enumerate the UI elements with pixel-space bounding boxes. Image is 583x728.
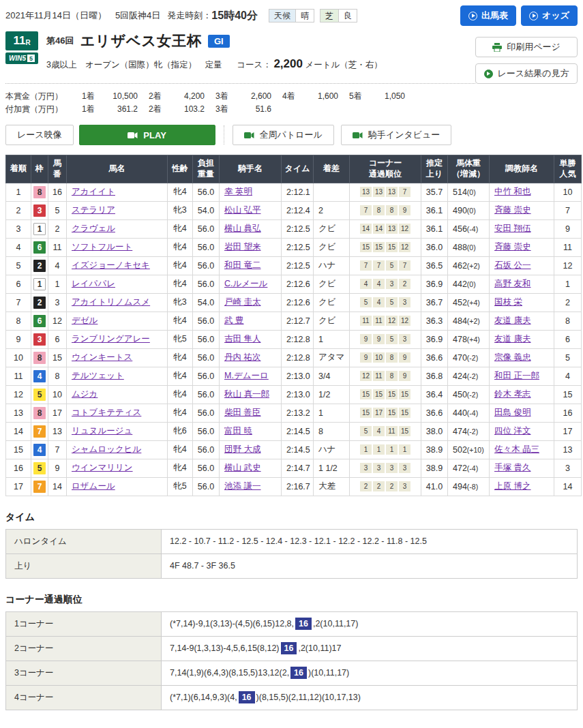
- finish-position: 16: [6, 459, 31, 477]
- horse-weight: 442: [453, 279, 467, 289]
- bracket-cell: 4: [31, 440, 48, 459]
- margin: 8: [314, 422, 350, 440]
- bracket-number: 5: [33, 389, 46, 401]
- jockey-link[interactable]: 団野 大成: [224, 444, 260, 454]
- horse-link[interactable]: ソフトフルート: [72, 242, 132, 252]
- horse-number: 17: [48, 404, 67, 422]
- jockey-cell: C.ルメール: [220, 275, 282, 293]
- horse-link[interactable]: ムジカ: [72, 389, 98, 399]
- horse-link[interactable]: アカイトリノムスメ: [72, 297, 150, 307]
- horse-number: 7: [48, 440, 67, 459]
- jockey-link[interactable]: 戸崎 圭太: [224, 297, 260, 307]
- jockey-link[interactable]: 吉田 隼人: [224, 334, 260, 344]
- carried-weight: 56.0: [193, 275, 220, 293]
- prize-amount: 10,500: [104, 90, 138, 103]
- race-date: 2021年11月14日（日曜） 5回阪神4日: [5, 10, 160, 22]
- sex-age: 牝4: [168, 385, 193, 404]
- trainer-link[interactable]: 鈴木 孝志: [494, 389, 530, 399]
- horse-weight-cell: 450(-2): [448, 385, 490, 404]
- jockey-link[interactable]: 富田 暁: [224, 426, 252, 436]
- results-column-header: 単勝 人気: [554, 155, 582, 183]
- jockey-link[interactable]: 幸 英明: [224, 187, 252, 196]
- corner-position-chip: 8: [386, 371, 398, 381]
- bracket-number: 8: [33, 186, 46, 198]
- finish-time: 2:12.1: [282, 183, 314, 201]
- horse-link[interactable]: ウインキートス: [72, 352, 132, 362]
- trainer-link[interactable]: 中竹 和也: [494, 187, 530, 196]
- trainer-link[interactable]: 安田 翔伍: [494, 224, 530, 233]
- trainer-link[interactable]: 斉藤 崇史: [494, 242, 530, 252]
- trainer-link[interactable]: 石坂 公一: [494, 260, 530, 270]
- horse-link[interactable]: ロザムール: [72, 481, 115, 491]
- race-video-button[interactable]: レース映像: [5, 125, 74, 145]
- corner-row: 4コーナー(*7,1)(6,14,9,3)(4,16)(8,15,5)(2,11…: [6, 685, 578, 710]
- corner-position-chip: 1: [360, 444, 372, 455]
- trainer-link[interactable]: 和田 正一郎: [494, 371, 539, 380]
- weather-value: 晴: [295, 9, 314, 22]
- jockey-link[interactable]: 岩田 望来: [224, 242, 260, 252]
- corner-position-chip: 3: [386, 279, 398, 289]
- jockey-interview-button[interactable]: 騎手インタビュー: [341, 125, 452, 145]
- horse-link[interactable]: ステラリア: [72, 205, 115, 215]
- trainer-link[interactable]: 友道 康夫: [494, 334, 530, 344]
- horse-link[interactable]: デゼル: [72, 316, 98, 325]
- jockey-link[interactable]: 柴田 善臣: [224, 408, 260, 417]
- horse-name-cell: アカイイト: [67, 183, 168, 201]
- horse-link[interactable]: レイパパレ: [72, 279, 115, 288]
- horse-link[interactable]: コトブキテティス: [72, 408, 141, 417]
- trainer-link[interactable]: 宗像 義忠: [494, 352, 530, 362]
- bracket-cell: 4: [31, 367, 48, 385]
- corner-order-text: ,2(10,11)17: [298, 643, 341, 653]
- last-3f-time: 36.6: [421, 404, 448, 422]
- bracket-cell: 5: [31, 459, 48, 477]
- horse-link[interactable]: シャムロックヒル: [72, 444, 141, 454]
- jockey-link[interactable]: 和田 竜二: [224, 260, 260, 270]
- horse-link[interactable]: リュヌルージュ: [72, 426, 132, 436]
- win-favorite-rank: 10: [554, 183, 582, 201]
- entries-button[interactable]: 出馬表: [460, 5, 516, 26]
- trainer-cell: 宗像 義忠: [490, 348, 554, 367]
- print-button[interactable]: 印刷用ページ: [475, 37, 578, 57]
- corner-position-chip: 15: [360, 408, 372, 418]
- trainer-link[interactable]: 四位 洋文: [494, 426, 530, 436]
- finish-position: 11: [6, 367, 31, 385]
- jockey-link[interactable]: 池添 謙一: [224, 481, 260, 491]
- horse-link[interactable]: クラヴェル: [72, 224, 115, 233]
- trainer-link[interactable]: 斉藤 崇史: [494, 205, 530, 215]
- trainer-cell: 安田 翔伍: [490, 219, 554, 238]
- course-label: コース：: [237, 60, 271, 70]
- corner-position-chip: 7: [360, 205, 372, 215]
- horse-link[interactable]: イズジョーノキセキ: [72, 260, 150, 270]
- jockey-link[interactable]: 横山 典弘: [224, 224, 260, 233]
- jockey-link[interactable]: C.ルメール: [224, 279, 267, 288]
- patrol-video-button[interactable]: 全周パトロール: [233, 125, 334, 145]
- jockey-link[interactable]: 松山 弘平: [224, 205, 260, 215]
- play-button[interactable]: PLAY: [79, 125, 215, 145]
- win-favorite-rank: 14: [554, 477, 582, 496]
- jockey-link[interactable]: 横山 武史: [224, 463, 260, 472]
- horse-link[interactable]: アカイイト: [72, 187, 115, 196]
- jockey-link[interactable]: M.デムーロ: [224, 371, 269, 380]
- jockey-link[interactable]: 武 豊: [224, 316, 243, 325]
- jockey-link[interactable]: 丹内 祐次: [224, 352, 260, 362]
- horse-link[interactable]: ウインマリリン: [72, 463, 133, 472]
- jockey-link[interactable]: 秋山 真一郎: [224, 389, 269, 399]
- trainer-link[interactable]: 上原 博之: [494, 481, 530, 491]
- trainer-link[interactable]: 佐々木 晶三: [494, 444, 539, 454]
- corner-position-chip: 2: [399, 279, 410, 289]
- trainer-link[interactable]: 高野 友和: [494, 279, 530, 288]
- trainer-cell: 友道 康夫: [490, 312, 554, 330]
- table-row: 936ランブリングアレー牝556.0吉田 隼人2:12.81995336.947…: [6, 330, 582, 348]
- prize-rank: 2着: [149, 103, 170, 116]
- trainer-link[interactable]: 手塚 貴久: [494, 463, 530, 472]
- race-number-badge: 11R: [5, 31, 38, 50]
- finish-time: 2:14.5: [282, 422, 314, 440]
- result-guide-button[interactable]: レース結果の見方: [475, 63, 578, 84]
- horse-link[interactable]: ランブリングアレー: [72, 334, 150, 344]
- trainer-link[interactable]: 友道 康夫: [494, 316, 530, 325]
- odds-button[interactable]: オッズ: [521, 5, 578, 26]
- trainer-link[interactable]: 国枝 栄: [494, 297, 522, 307]
- trainer-link[interactable]: 田島 俊明: [494, 408, 530, 417]
- horse-link[interactable]: テルツェット: [72, 371, 124, 380]
- time-row-label: ハロンタイム: [6, 529, 162, 553]
